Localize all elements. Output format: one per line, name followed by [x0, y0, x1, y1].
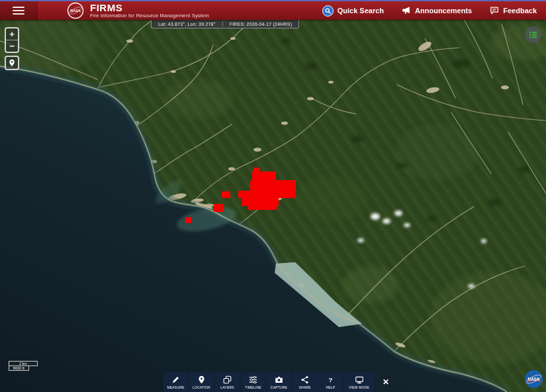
search-icon — [322, 5, 334, 17]
scale-bar: 2 km 8000 ft — [9, 361, 38, 371]
fire-pixel[interactable] — [248, 205, 277, 210]
location-pin-icon — [8, 59, 16, 67]
map-pin-icon — [197, 375, 206, 384]
zoom-in-button[interactable]: + — [6, 28, 18, 40]
capture-button[interactable]: CAPTURE — [267, 372, 291, 392]
share-button[interactable]: SHARE — [293, 372, 317, 392]
header-nav: Quick Search Announcements Feedback — [322, 5, 546, 17]
locate-me-button[interactable] — [5, 56, 19, 70]
cursor-coordinates: Lat: 43.873°, Lon: 39.278° — [152, 22, 222, 26]
share-nodes-icon — [300, 375, 309, 384]
fire-pixel[interactable] — [252, 172, 276, 181]
toolbar-close-button[interactable]: ✕ — [379, 372, 393, 392]
fire-pixel[interactable] — [276, 180, 296, 191]
svg-text:NASA: NASA — [70, 9, 81, 13]
zoom-out-button[interactable]: − — [6, 40, 18, 52]
location-button[interactable]: LOCATION — [189, 372, 214, 392]
fire-pixel[interactable] — [214, 204, 224, 212]
fire-pixel[interactable] — [185, 217, 191, 223]
fire-pixel[interactable] — [285, 191, 296, 198]
svg-text:NASA: NASA — [528, 377, 540, 381]
chat-bubble-icon — [490, 6, 499, 15]
legend-list-icon — [528, 30, 538, 40]
layers-button[interactable]: LAYERS — [215, 372, 240, 392]
sliders-icon — [249, 375, 257, 384]
fires-date-label[interactable]: FIRES: 2026-04-17 (24HRS) — [223, 22, 298, 26]
help-button[interactable]: ? HELP — [318, 372, 343, 392]
hamburger-icon — [13, 7, 24, 15]
feedback-button[interactable]: Feedback — [490, 6, 537, 15]
map-status-bar: Lat: 43.873°, Lon: 39.278° FIRES: 2026-0… — [151, 20, 299, 28]
ruler-pen-icon — [171, 375, 180, 384]
quick-search-button[interactable]: Quick Search — [322, 5, 384, 17]
question-mark-icon: ? — [326, 375, 335, 384]
timeline-button[interactable]: TIMELINE — [241, 372, 265, 392]
fire-pixel[interactable] — [222, 191, 230, 198]
megaphone-icon — [402, 6, 411, 15]
satellite-map[interactable] — [0, 0, 546, 392]
monitor-icon — [355, 375, 364, 384]
app-header: NASA FIRMS Fire Information for Resource… — [0, 1, 546, 20]
main-menu-button[interactable] — [0, 1, 38, 20]
nasa-badge-logo[interactable]: NASA — [524, 369, 543, 389]
top-accent-line — [0, 0, 546, 1]
measure-button[interactable]: MEASURE — [163, 372, 188, 392]
view-mode-button[interactable]: VIEW MODE — [344, 372, 374, 392]
fire-pixel[interactable] — [242, 197, 279, 206]
layers-icon — [223, 375, 232, 384]
legend-button[interactable] — [525, 26, 541, 43]
nasa-meatball-icon: NASA — [67, 2, 84, 19]
app-title: FIRMS — [90, 3, 209, 13]
app-subtitle: Fire Information for Resource Management… — [90, 13, 209, 19]
announcements-button[interactable]: Announcements — [402, 6, 472, 15]
zoom-control: + − — [5, 27, 19, 53]
fire-pixel[interactable] — [250, 181, 276, 191]
map-toolbar: MEASURE LOCATION LAYERS TIMELINE — [163, 372, 393, 392]
svg-text:?: ? — [329, 375, 333, 383]
firms-app-window: NASA FIRMS Fire Information for Resource… — [0, 0, 546, 392]
fire-pixel[interactable] — [253, 168, 260, 172]
camera-icon — [275, 375, 283, 384]
scale-imperial: 8000 ft — [9, 366, 29, 371]
brand[interactable]: NASA FIRMS Fire Information for Resource… — [67, 2, 209, 19]
